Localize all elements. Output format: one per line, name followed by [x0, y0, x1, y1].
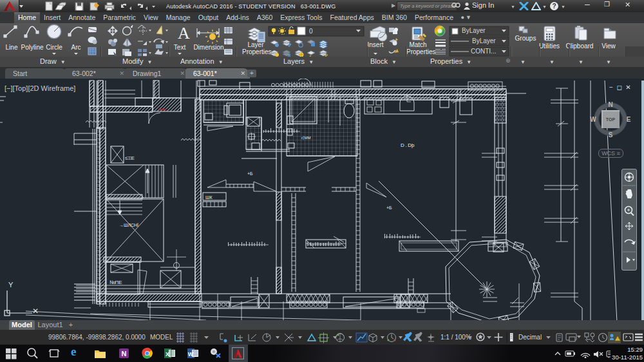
svg-text:ByLayer: ByLayer — [462, 27, 486, 34]
svg-text:D . Dϸ: D . Dϸ — [401, 142, 415, 148]
svg-text:≤ΞЕ: ≤ΞЕ — [125, 155, 135, 161]
svg-text:E: E — [627, 116, 631, 123]
svg-text:CONTI...: CONTI... — [471, 48, 496, 55]
svg-text:N: N — [608, 101, 612, 108]
svg-text:X: X — [166, 351, 169, 357]
svg-text:№ПЕ: №ПЕ — [109, 280, 122, 285]
svg-text:W: W — [590, 116, 596, 123]
svg-text:Y: Y — [8, 281, 14, 289]
svg-text:A: A — [178, 24, 190, 43]
svg-text:✕: ✕ — [32, 307, 39, 316]
svg-text:S: S — [609, 131, 613, 138]
svg-text:г⌈ММ: г⌈ММ — [301, 136, 311, 140]
svg-text:?: ? — [552, 3, 556, 10]
svg-text:TOP: TOP — [606, 117, 616, 122]
svg-text:W: W — [188, 351, 194, 357]
svg-text:+Б: +Б — [247, 171, 253, 176]
svg-text:N: N — [122, 350, 127, 357]
svg-text:+Б: +Б — [386, 205, 392, 210]
svg-text:ByLayer: ByLayer — [472, 37, 496, 44]
svg-text:0: 0 — [309, 28, 313, 35]
svg-text:→ШЛСНЇ: →ШЛСНЇ — [119, 223, 138, 227]
svg-text:ШК: ШК — [205, 195, 213, 200]
